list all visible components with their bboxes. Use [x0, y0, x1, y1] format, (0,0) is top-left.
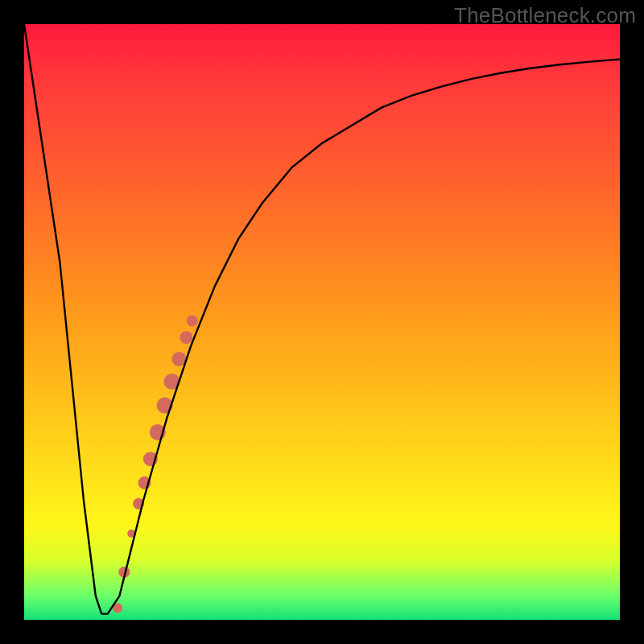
chart-frame: TheBottleneck.com	[0, 0, 644, 644]
plot-area	[24, 24, 620, 620]
bottleneck-curve	[24, 24, 620, 614]
marker-dot	[187, 316, 198, 327]
marker-dot	[180, 331, 192, 344]
chart-svg	[24, 24, 620, 620]
watermark-text: TheBottleneck.com	[454, 3, 636, 28]
